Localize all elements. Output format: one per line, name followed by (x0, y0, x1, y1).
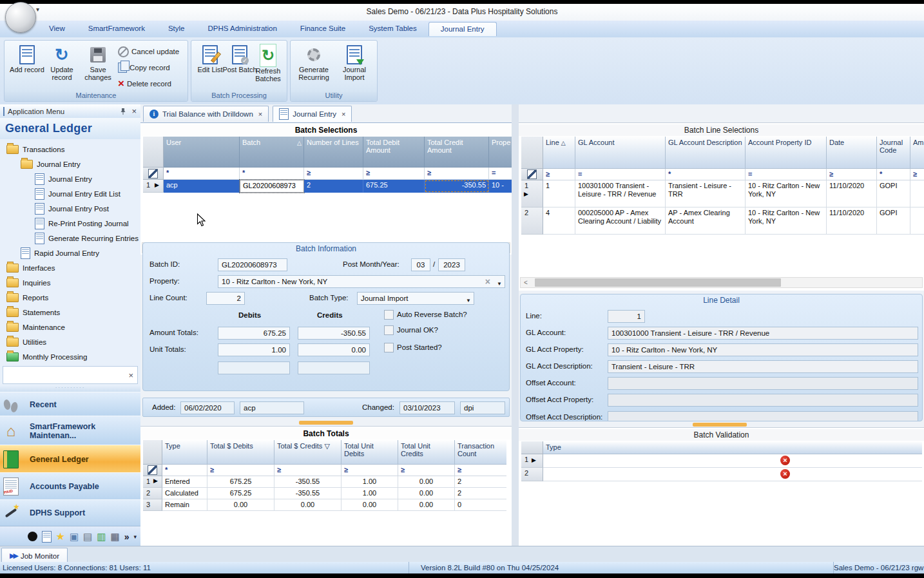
column-header-transaction-count[interactable]: Transaction Count (455, 440, 506, 465)
cell-gl-account[interactable]: 000205000 AP - Amex Clearing Account / L… (575, 207, 666, 235)
tree-item-inquiries[interactable]: Inquiries (0, 275, 140, 290)
pin-icon[interactable] (120, 108, 126, 115)
doc-tab-trial-balance[interactable]: i Trial Balance with Drilldown × (143, 106, 269, 122)
tree-item-journal-entry-edit-list[interactable]: Journal Entry Edit List (0, 186, 140, 201)
cell-credit[interactable]: -350.55 (425, 180, 489, 193)
cell-validation[interactable]: × (543, 454, 922, 468)
filter-cell[interactable]: ≥ (425, 168, 489, 180)
overflow-more-icon[interactable]: ▾ (133, 534, 137, 540)
offset-acct-property-field[interactable] (608, 394, 918, 407)
cell-journal-code[interactable]: GOPI (877, 180, 910, 207)
module-item-recent[interactable]: Recent (0, 392, 140, 417)
filter-cell[interactable]: ≥ (543, 169, 575, 180)
cell-credits[interactable]: -350.55 (274, 488, 342, 499)
clear-icon[interactable]: × (485, 276, 490, 287)
cell-unit-credits[interactable]: 0.00 (398, 476, 455, 488)
cell-journal-code[interactable]: GOPI (877, 207, 910, 235)
cell-date[interactable]: 11/10/2020 (827, 207, 877, 235)
cell-unit-credits[interactable]: 0.00 (398, 499, 455, 511)
cell-gl-description[interactable]: AP - Amex Clearing Account (666, 207, 746, 235)
tree-item-journal-entry[interactable]: Journal Entry (0, 171, 140, 186)
amount-debit-field[interactable]: 675.25 (218, 327, 290, 340)
menu-tab-journal-entry[interactable]: Journal Entry (428, 22, 497, 36)
filter-cell[interactable]: ≥ (363, 168, 425, 180)
cell-validation[interactable]: × (543, 468, 922, 481)
tree-item-reprint-posting-journal[interactable]: Re-Print Posting Journal (0, 216, 140, 231)
tree-item-transactions[interactable]: Transactions (0, 142, 140, 157)
column-header-journal-code[interactable]: Journal Code (877, 137, 910, 169)
column-header-gl-account-description[interactable]: GL Account Description (666, 137, 746, 169)
row-header[interactable]: 1▶ (521, 454, 543, 468)
filter-cell[interactable]: ≥ (398, 465, 455, 476)
dot-icon[interactable] (28, 532, 37, 541)
menu-tab-dphs-administration[interactable]: DPHS Administration (196, 22, 288, 36)
column-header-amount[interactable]: Am (910, 137, 924, 169)
row-header[interactable]: 2 (521, 207, 543, 235)
row-header[interactable]: 3 (143, 499, 162, 511)
cell-line[interactable]: 1 (543, 180, 575, 207)
cell-user[interactable]: acp (164, 180, 240, 193)
filter-cell[interactable]: = (575, 169, 666, 180)
doc-tab-journal-entry[interactable]: Journal Entry × (273, 106, 352, 122)
cell-property-id[interactable]: 10 - Ritz Carlton - New York, NY (746, 180, 827, 207)
validation-row-2[interactable]: 2 × (521, 468, 922, 481)
unit-credit-field[interactable]: 0.00 (298, 343, 370, 356)
application-orb-button[interactable] (5, 2, 36, 33)
filter-select-all-cell[interactable] (521, 169, 543, 180)
tree-item-maintenance[interactable]: Maintenance (0, 320, 140, 334)
filter-cell[interactable]: = (489, 168, 512, 180)
filter-cell[interactable]: * (877, 169, 910, 180)
offset-acct-description-field[interactable] (608, 411, 918, 421)
auto-reverse-checkbox[interactable] (384, 310, 394, 320)
cancel-update-button[interactable]: Cancel update (118, 46, 179, 57)
cell-type[interactable]: Calculated (162, 488, 207, 499)
batch-id-field[interactable]: GL20200608973 (218, 258, 287, 271)
cell-batch-editor[interactable]: GL20200608973 (240, 180, 304, 193)
scroll-thumb[interactable] (535, 278, 781, 287)
cell-gl-account[interactable]: 100301000 Transient - Leisure - TRR / Re… (575, 180, 666, 207)
cell-property-id[interactable]: 10 - Ritz Carlton - New York, NY (746, 207, 827, 235)
filter-cell[interactable]: * (240, 168, 304, 180)
horizontal-splitter-grip[interactable] (693, 423, 747, 427)
line-field[interactable]: 1 (608, 310, 645, 323)
post-month-field[interactable]: 03 (411, 258, 430, 271)
tree-item-journal-entry-post[interactable]: Journal Entry Post (0, 201, 140, 216)
cell-debits[interactable]: 675.25 (207, 476, 274, 488)
column-header-type[interactable]: Type (162, 440, 207, 465)
validation-row-1[interactable]: 1▶ × (521, 454, 922, 468)
cell-date[interactable]: 11/10/2020 (827, 180, 877, 207)
dropdown-icon[interactable]: ▼ (497, 279, 502, 288)
batch-type-dropdown[interactable]: Journal Import▼ (357, 292, 474, 305)
gl-acct-description-field[interactable]: Transient - Leisure - TRR (608, 360, 918, 373)
line-count-field[interactable]: 2 (206, 292, 245, 305)
menu-tab-smartframework[interactable]: SmartFramework (77, 22, 157, 36)
column-header-gl-account[interactable]: GL Account (575, 137, 666, 169)
cell-debit[interactable]: 675.25 (363, 180, 425, 193)
cell-transaction-count[interactable]: 0 (455, 499, 506, 511)
gl-acct-property-field[interactable]: 10 - Ritz Carlton - New York, NY (608, 343, 918, 356)
printer-gear-icon[interactable]: ▦ (110, 532, 119, 541)
cell-unit-credits[interactable]: 0.00 (398, 488, 455, 499)
row-header[interactable]: 1▶ (143, 476, 162, 488)
menu-tab-view[interactable]: View (37, 22, 77, 36)
tree-item-rapid-journal-entry[interactable]: Rapid Journal Entry (0, 246, 140, 260)
offset-account-field[interactable] (608, 377, 918, 390)
overflow-chevrons-icon[interactable]: » (124, 532, 130, 542)
cell-lines[interactable]: 2 (304, 180, 363, 193)
dropdown-icon[interactable]: ▼ (466, 296, 471, 305)
column-header-total-debits[interactable]: Total $ Debits (207, 440, 274, 465)
report-icon[interactable] (42, 531, 52, 543)
batch-totals-row-calculated[interactable]: 2 Calculated 675.25 -350.55 1.00 0.00 2 (143, 488, 506, 499)
scroll-left-icon[interactable]: < (521, 279, 531, 286)
column-header-total-debit[interactable]: Total Debit Amount (363, 137, 425, 168)
filter-cell[interactable]: ≥ (910, 169, 924, 180)
tree-item-monthly-processing[interactable]: Monthly Processing (0, 349, 140, 364)
menu-tab-style[interactable]: Style (157, 22, 197, 36)
post-started-checkbox[interactable] (384, 343, 394, 352)
delete-record-button[interactable]: × Delete record (118, 78, 171, 90)
filter-cell[interactable]: ≥ (342, 465, 398, 476)
filter-cell[interactable]: ≥ (304, 168, 363, 180)
cell-unit-debits[interactable]: 1.00 (342, 488, 398, 499)
column-header-line[interactable]: Line △ (543, 137, 575, 169)
filter-cell[interactable]: ≥ (274, 465, 342, 476)
